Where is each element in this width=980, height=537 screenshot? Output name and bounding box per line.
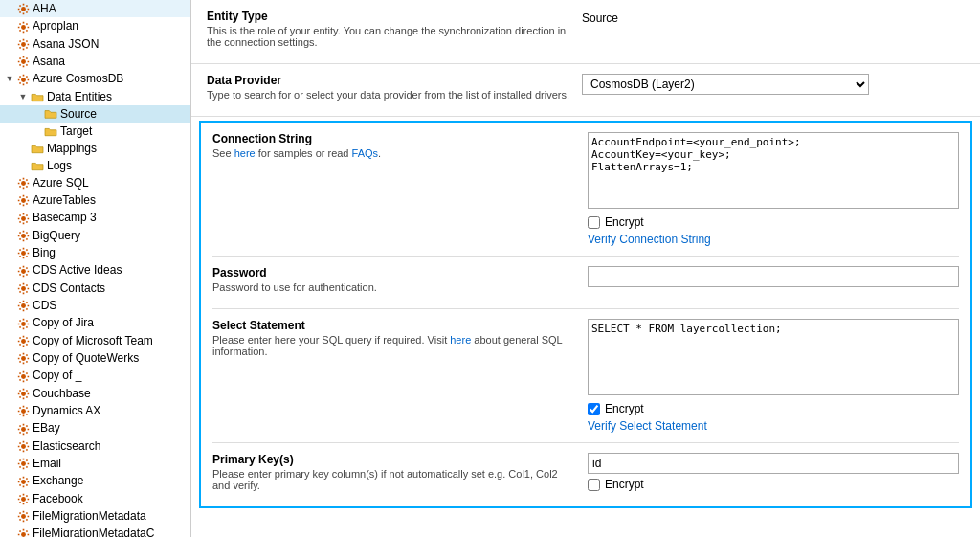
sidebar-item-azure-sql[interactable]: Azure SQL: [0, 174, 190, 191]
sidebar-label-logs: Logs: [47, 159, 72, 172]
svg-point-14: [21, 339, 26, 344]
sidebar-item-source[interactable]: Source: [0, 105, 190, 123]
sidebar-item-cds-active-ideas[interactable]: CDS Active Ideas: [0, 261, 190, 279]
data-provider-desc: Type to search for or select your data p…: [207, 89, 570, 101]
connection-string-textarea[interactable]: AccountEndpoint=<your_end_point>; Accoun…: [588, 132, 959, 209]
sidebar-item-bing[interactable]: Bing: [0, 244, 190, 261]
expand-arrow-azure-cosmosdb[interactable]: ▼: [4, 73, 15, 84]
select-statement-textarea[interactable]: SELECT * FROM layercollection;: [588, 319, 959, 395]
sidebar-item-facebook[interactable]: Facebook: [0, 490, 190, 507]
main-panel: Entity Type This is the role of your ent…: [191, 0, 980, 537]
gear-icon-copy-of-jira: [17, 316, 33, 329]
conn-str-encrypt-checkbox[interactable]: [588, 216, 600, 229]
gear-icon-cds: [17, 299, 33, 312]
data-provider-select[interactable]: CosmosDB (Layer2) SQL Server OData REST: [582, 74, 869, 95]
gear-icon-azure-sql: [17, 176, 33, 190]
entity-type-title: Entity Type: [207, 10, 570, 23]
gear-icon-copy-of-quotewerks: [17, 351, 33, 365]
sidebar-item-copy-of-microsoft-team[interactable]: Copy of Microsoft Team: [0, 332, 190, 349]
gear-icon-cds-contacts: [17, 281, 33, 295]
gear-icon-azure-cosmosdb: [17, 72, 33, 85]
svg-point-8: [21, 234, 26, 238]
sidebar-item-aproplan[interactable]: Aproplan: [0, 17, 190, 34]
sidebar-label-target: Target: [60, 124, 92, 138]
primary-keys-encrypt-row: Encrypt: [588, 478, 959, 491]
sidebar-item-bigquery[interactable]: BigQuery: [0, 227, 190, 244]
sidebar-label-bing: Bing: [33, 246, 56, 259]
sidebar-label-file-migration-metadatac: FileMigrationMetadataC: [33, 526, 154, 537]
conn-str-here-link[interactable]: here: [234, 147, 256, 159]
sidebar-item-ebay[interactable]: EBay: [0, 419, 190, 436]
svg-point-1: [21, 25, 26, 30]
sidebar-label-copy-of-_: Copy of _: [33, 369, 81, 382]
expand-arrow-cds-active-ideas: [4, 264, 15, 276]
sidebar-item-target[interactable]: Target: [0, 123, 190, 140]
sidebar-item-email[interactable]: Email: [0, 455, 190, 472]
sidebar-label-copy-of-quotewerks: Copy of QuoteWerks: [33, 351, 139, 365]
expand-arrow-ebay: [4, 422, 15, 434]
sidebar-label-aha: AHA: [33, 2, 56, 15]
primary-keys-encrypt-checkbox[interactable]: [588, 479, 600, 491]
expand-arrow-exchange: [4, 475, 15, 486]
primary-keys-input[interactable]: [588, 453, 959, 474]
expand-arrow-dynamics-ax: [4, 405, 15, 416]
sidebar-label-basecamp3: Basecamp 3: [33, 211, 97, 224]
select-stmt-encrypt-label: Encrypt: [605, 402, 644, 415]
sidebar-item-file-migration-metadatac[interactable]: FileMigrationMetadataC: [0, 525, 190, 537]
sidebar-item-aha[interactable]: AHA: [0, 0, 190, 17]
sidebar-label-dynamics-ax: Dynamics AX: [33, 404, 100, 417]
sidebar-list: AHAAproplanAsana JSONAsana▼Azure CosmosD…: [0, 0, 190, 537]
sidebar-label-asana: Asana: [33, 55, 65, 68]
svg-point-22: [21, 480, 26, 484]
sidebar-label-file-migration-metadata: FileMigrationMetadata: [33, 509, 146, 523]
sidebar-item-exchange[interactable]: Exchange: [0, 472, 190, 489]
sidebar-item-cds[interactable]: CDS: [0, 297, 190, 314]
password-input[interactable]: [588, 266, 959, 287]
select-stmt-verify-link[interactable]: Verify Select Statement: [588, 419, 959, 433]
select-stmt-here-link[interactable]: here: [450, 334, 471, 346]
expand-arrow-target: [31, 125, 42, 137]
sidebar-item-cds-contacts[interactable]: CDS Contacts: [0, 280, 190, 297]
primary-keys-title: Primary Key(s): [212, 453, 576, 466]
sidebar-item-mappings[interactable]: Mappings: [0, 140, 190, 157]
svg-point-13: [21, 322, 26, 326]
sidebar-item-copy-of-jira[interactable]: Copy of Jira: [0, 314, 190, 331]
entity-type-value: Source: [582, 10, 965, 25]
sidebar-item-file-migration-metadata[interactable]: FileMigrationMetadata: [0, 507, 190, 525]
password-desc: Password to use for authentication.: [212, 281, 576, 293]
sidebar-item-elasticsearch[interactable]: Elasticsearch: [0, 437, 190, 455]
primary-keys-section: Primary Key(s) Please enter primary key …: [212, 453, 959, 497]
folder-icon-target: [44, 124, 60, 138]
svg-point-23: [21, 497, 26, 502]
sidebar-label-cds-active-ideas: CDS Active Ideas: [33, 263, 122, 277]
sidebar-item-azure-tables[interactable]: AzureTables: [0, 191, 190, 209]
select-stmt-encrypt-checkbox[interactable]: [588, 403, 600, 415]
conn-str-title: Connection String: [212, 132, 576, 145]
svg-point-15: [21, 356, 26, 361]
data-provider-value-col: CosmosDB (Layer2) SQL Server OData REST: [582, 74, 965, 95]
conn-str-verify-link[interactable]: Verify Connection String: [588, 233, 959, 246]
expand-arrow-azure-sql: [4, 177, 15, 189]
svg-point-21: [21, 461, 26, 466]
sidebar-label-facebook: Facebook: [33, 492, 83, 505]
conn-str-encrypt-label: Encrypt: [605, 215, 644, 229]
sidebar-item-copy-of-_[interactable]: Copy of _: [0, 367, 190, 384]
sidebar-label-source: Source: [60, 107, 97, 121]
svg-point-25: [21, 532, 26, 537]
sidebar-item-dynamics-ax[interactable]: Dynamics AX: [0, 402, 190, 419]
sidebar-item-basecamp3[interactable]: Basecamp 3: [0, 209, 190, 226]
sidebar-item-couchbase[interactable]: Couchbase: [0, 385, 190, 402]
sidebar-item-asana-json[interactable]: Asana JSON: [0, 35, 190, 53]
conn-str-faqs-link[interactable]: FAQs: [352, 147, 379, 159]
sidebar-label-elasticsearch: Elasticsearch: [33, 439, 100, 453]
sidebar-item-data-entities[interactable]: ▼Data Entities: [0, 88, 190, 105]
gear-icon-bing: [17, 246, 33, 259]
sidebar-item-logs[interactable]: Logs: [0, 157, 190, 174]
expand-arrow-source: [31, 108, 42, 120]
sidebar-item-copy-of-quotewerks[interactable]: Copy of QuoteWerks: [0, 349, 190, 367]
expand-arrow-elasticsearch: [4, 440, 15, 452]
sidebar-item-asana[interactable]: Asana: [0, 53, 190, 70]
sidebar-item-azure-cosmosdb[interactable]: ▼Azure CosmosDB: [0, 70, 190, 87]
sidebar: AHAAproplanAsana JSONAsana▼Azure CosmosD…: [0, 0, 191, 537]
expand-arrow-data-entities[interactable]: ▼: [17, 91, 29, 102]
